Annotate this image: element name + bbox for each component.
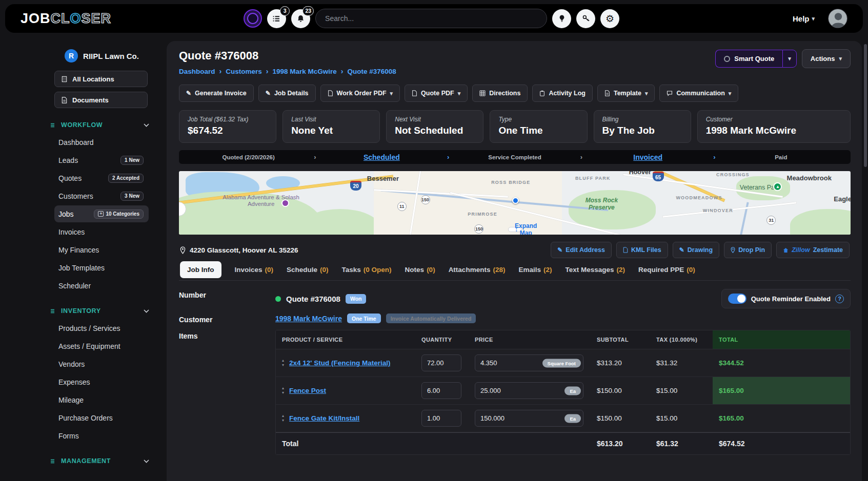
sidebar-item-customers[interactable]: Customers3 New <box>54 187 149 204</box>
sidebar-item-leads[interactable]: Leads1 New <box>54 152 149 169</box>
chevron-right-icon: › <box>219 67 222 75</box>
directions-button[interactable]: Directions <box>472 85 528 102</box>
zillow-zestimate-button[interactable]: ZillowZestimate <box>776 242 850 258</box>
settings-button[interactable]: ⚙ <box>600 9 619 28</box>
chevron-right-icon: › <box>341 67 344 75</box>
sidebar-item-forms[interactable]: Forms <box>54 427 149 444</box>
actions-button[interactable]: Actions▾ <box>802 49 851 68</box>
quote-toolbar: ✎Generate Invoice ✎Job Details Work Orde… <box>179 85 851 102</box>
unit-pill[interactable]: Ea <box>564 414 581 423</box>
smart-quote-caret-button[interactable]: ▾ <box>782 50 797 68</box>
customer-label: Customer <box>179 313 275 324</box>
row-reorder-handle[interactable]: ▴▾ <box>282 414 284 423</box>
unit-pill[interactable]: Square Foot <box>542 359 581 367</box>
quote-reminder-toggle[interactable] <box>728 294 746 304</box>
tab-job-info[interactable]: Job Info <box>180 261 221 278</box>
grand-total: $674.52 <box>713 433 850 454</box>
job-details-button[interactable]: ✎Job Details <box>258 85 316 102</box>
product-link[interactable]: 2x4 12' Stud (Fencing Material) <box>289 359 391 367</box>
all-locations-button[interactable]: All Locations <box>54 71 148 87</box>
product-link[interactable]: Fence Post <box>289 387 326 394</box>
sidebar-item-invoices[interactable]: Invoices <box>54 223 149 240</box>
company-switcher[interactable]: R RIIPL Lawn Co. <box>54 49 149 62</box>
sidebar-item-job-templates[interactable]: Job Templates <box>54 259 149 276</box>
table-row: ▴▾ Fence Gate Kit/Install Ea $150.00 $15… <box>276 405 850 432</box>
record-ring-icon[interactable] <box>244 9 262 28</box>
sidebar-item-expenses[interactable]: Expenses <box>54 373 149 390</box>
section-inventory[interactable]: INVENTORY <box>50 307 149 315</box>
tab-invoices[interactable]: Invoices(0) <box>235 266 274 274</box>
subtotal-value: $150.00 <box>591 382 650 400</box>
app: JOBCLOSER 3 23 ⚙ Help▾ <box>0 0 868 481</box>
sidebar-item-dashboard[interactable]: Dashboard <box>54 134 149 151</box>
pencil-icon: ✎ <box>679 247 684 253</box>
tab-tasks[interactable]: Tasks(0 Open) <box>342 266 392 274</box>
section-management[interactable]: MANAGEMENT <box>50 457 149 465</box>
generate-invoice-button[interactable]: ✎Generate Invoice <box>179 85 254 102</box>
drop-pin-button[interactable]: Drop Pin <box>724 242 772 258</box>
breadcrumb-customers[interactable]: Customers <box>226 68 262 75</box>
expand-map-button[interactable]: ↕Expand Map <box>508 227 521 232</box>
quantity-input[interactable] <box>421 382 461 399</box>
quantity-input[interactable] <box>421 410 461 427</box>
section-workflow[interactable]: WORKFLOW <box>50 121 149 129</box>
chevron-down-icon <box>144 123 149 127</box>
lightbulb-button[interactable] <box>552 9 571 28</box>
smart-quote-button[interactable]: Smart Quote <box>715 50 782 68</box>
plus-box-icon: + <box>98 211 104 217</box>
map[interactable]: Bessemer Alabama Adventure & Splash Adve… <box>179 171 851 235</box>
help-menu[interactable]: Help▾ <box>793 14 815 23</box>
map-label: Hoover <box>629 171 651 176</box>
work-order-pdf-button[interactable]: Work Order PDF▾ <box>320 85 400 102</box>
customer-link[interactable]: 1998 Mark McGwire <box>275 315 342 323</box>
tab-attachments[interactable]: Attachments(28) <box>449 266 506 274</box>
sidebar-item-my-finances[interactable]: My Finances <box>54 241 149 258</box>
sidebar-item-purchase-orders[interactable]: Purchase Orders <box>54 409 149 426</box>
template-button[interactable]: Template▾ <box>597 85 655 102</box>
row-reorder-handle[interactable]: ▴▾ <box>282 359 284 367</box>
tab-required-ppe[interactable]: Required PPE(0) <box>638 266 695 274</box>
sidebar-item-assets-equipment[interactable]: Assets / Equipment <box>54 338 149 354</box>
kml-files-button[interactable]: KML Files <box>616 242 668 258</box>
page-scrollbar[interactable] <box>864 44 867 167</box>
sidebar-item-vendors[interactable]: Vendors <box>54 355 149 372</box>
communication-button[interactable]: Communication▾ <box>659 85 738 102</box>
customers-badge: 3 New <box>120 192 144 201</box>
row-reorder-handle[interactable]: ▴▾ <box>282 386 284 395</box>
map-label: Eagle <box>834 195 851 203</box>
breadcrumb-customer-name[interactable]: 1998 Mark McGwire <box>272 68 336 75</box>
tab-emails[interactable]: Emails(2) <box>518 266 552 274</box>
sidebar-item-mileage[interactable]: Mileage <box>54 391 149 408</box>
notifications-button[interactable]: 23 <box>291 9 310 28</box>
breadcrumb-quote[interactable]: Quote #376008 <box>347 68 396 75</box>
key-button[interactable] <box>576 9 595 28</box>
sidebar-item-products-services[interactable]: Products / Services <box>54 320 149 337</box>
unit-pill[interactable]: Ea <box>564 386 581 395</box>
logo-bold: JOB <box>21 11 51 27</box>
activity-log-button[interactable]: Activity Log <box>532 85 593 102</box>
quote-pdf-button[interactable]: Quote PDF▾ <box>405 85 468 102</box>
customer-row: Customer 1998 Mark McGwire One Time Invo… <box>179 313 851 324</box>
sidebar-item-quotes[interactable]: Quotes2 Accepted <box>54 170 149 186</box>
drawing-button[interactable]: ✎Drawing <box>673 242 719 258</box>
items-label: Items <box>179 330 275 340</box>
tab-notes[interactable]: Notes(0) <box>405 266 435 274</box>
sidebar-item-jobs[interactable]: Jobs+10 Categories <box>54 205 149 222</box>
product-link[interactable]: Fence Gate Kit/Install <box>289 414 359 422</box>
sidebar-item-scheduler[interactable]: Scheduler <box>54 277 149 294</box>
help-question-icon[interactable]: ? <box>835 295 844 303</box>
edit-address-button[interactable]: ✎Edit Address <box>551 242 612 258</box>
search-input[interactable] <box>315 9 547 28</box>
stat-job-total: Job Total ($61.32 Tax)$674.52 <box>179 110 276 143</box>
invoice-delivered-badge: Invoice Automatically Delivered <box>386 313 476 323</box>
tab-text-messages[interactable]: Text Messages(2) <box>565 266 625 274</box>
breadcrumb-dashboard[interactable]: Dashboard <box>179 68 215 75</box>
quantity-input[interactable] <box>421 354 461 371</box>
notes-list-button[interactable]: 3 <box>267 9 286 28</box>
documents-button[interactable]: Documents <box>54 92 148 108</box>
won-badge: Won <box>346 294 367 304</box>
grand-tax: $61.32 <box>650 433 713 454</box>
company-avatar: R <box>65 49 78 62</box>
tab-schedule[interactable]: Schedule(0) <box>287 266 329 274</box>
user-avatar[interactable] <box>828 9 847 28</box>
